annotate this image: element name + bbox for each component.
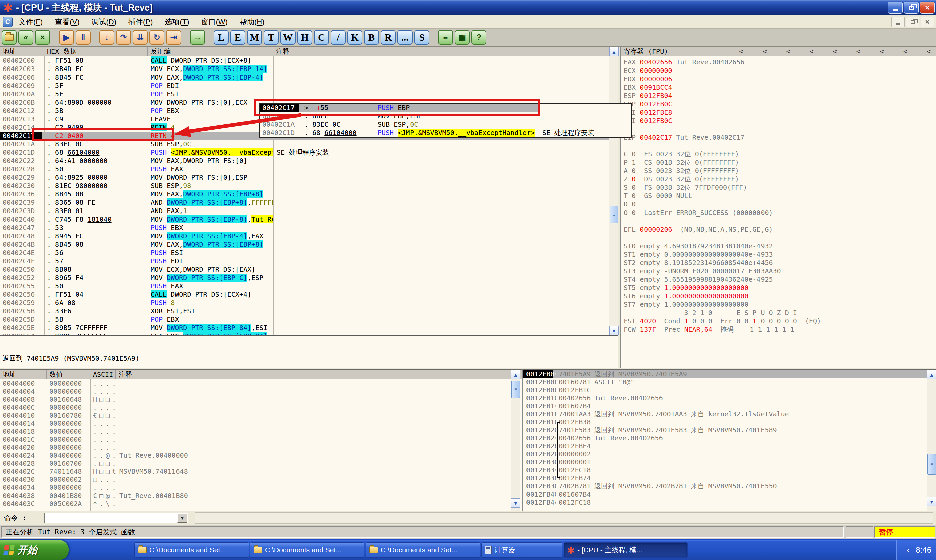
dump-row[interactable]: 0040401400000000.... — [0, 419, 511, 427]
close-button[interactable]: × — [920, 2, 934, 14]
stack-row[interactable]: 0012FB047401E5A9返回到 MSVBVM50.7401E5A9 — [523, 370, 927, 378]
disasm-row[interactable]: 00402C22. 64:A1 0000000MOV EAX,DWORD PTR… — [0, 157, 609, 165]
disassembly-scrollbar[interactable]: ▲ ≡ ▼ — [609, 47, 619, 335]
dump-row[interactable]: 0040401000160780€□□. — [0, 411, 511, 419]
view-references-button[interactable]: R — [381, 30, 396, 45]
scroll-up-icon[interactable]: ▲ — [511, 370, 520, 379]
step-over-icon[interactable]: ↷ — [116, 30, 131, 45]
animate-over-icon[interactable]: ↻ — [149, 30, 165, 45]
disasm-row[interactable]: 00402C29. 64:8925 00000MOV DWORD PTR FS:… — [0, 174, 609, 182]
register-line[interactable]: P 1 CS 001B 32位 0(FFFFFFFF) — [624, 158, 936, 167]
disasm-row[interactable]: 00402C3D. 83E0 01AND EAX,1 — [0, 207, 609, 215]
register-line[interactable]: ST5 empty 1.0000000000000000000 — [624, 284, 936, 292]
register-line[interactable] — [624, 125, 936, 133]
disasm-row[interactable]: 00402C50. 8B08MOV ECX,DWORD PTR DS:[EAX] — [0, 265, 609, 274]
menu-item[interactable]: 选项(T) — [159, 16, 195, 28]
menu-item[interactable]: 查看(V) — [49, 16, 85, 28]
disasm-row[interactable]: 00402C30. 81EC 98000000SUB ESP,98 — [0, 182, 609, 190]
stack-row[interactable]: 0012FB1000402656Tut_Reve.00402656 — [523, 394, 927, 402]
register-line[interactable]: 3 2 1 0 E S P U O Z D I — [624, 309, 936, 317]
scrollbar-thumb[interactable]: ≡ — [927, 454, 936, 475]
view-cpu-button[interactable]: C — [314, 30, 329, 45]
disasm-row[interactable]: 00402C4E. 56PUSH ESI — [0, 249, 609, 257]
restore-button[interactable] — [904, 2, 919, 14]
disasm-row[interactable]: 00402C03. 8B4D ECMOV ECX,DWORD PTR SS:[E… — [0, 65, 609, 73]
register-line[interactable]: EBX 0091BCC4 — [624, 83, 936, 92]
dump-row[interactable]: 0040403800401B80€□@.Tut_Reve.00401B80 — [0, 491, 511, 500]
stack-rows[interactable]: 0012FB047401E5A9返回到 MSVBVM50.7401E5A9001… — [523, 370, 927, 511]
view-handles-button[interactable]: H — [297, 30, 312, 45]
register-line[interactable]: EDX 00000006 — [624, 75, 936, 83]
view-runtrace-button[interactable]: ... — [397, 30, 413, 45]
disassembly-panel[interactable]: 地址 HEX 数据 反汇编 注释 00402C00. FF51 08CALL D… — [0, 47, 619, 335]
stack-row[interactable]: 0012FB380012FB74 — [523, 474, 927, 482]
dump-row[interactable]: 0040401C00000000.... — [0, 435, 511, 443]
help-icon[interactable]: ? — [471, 30, 486, 45]
register-line[interactable]: FST 4020 Cond 1 0 0 0 Err 0 0 1 0 0 0 0 … — [624, 317, 936, 325]
register-line[interactable]: ST3 empty -UNORM F020 00000017 E303AA30 — [624, 267, 936, 275]
register-line[interactable]: EIP 00402C17 Tut_Reve.00402C17 — [624, 133, 936, 142]
stack-row[interactable]: 0012FB280012FBE4 — [523, 442, 927, 450]
stack-panel[interactable]: 0012FB047401E5A9返回到 MSVBVM50.7401E5A9001… — [522, 369, 936, 511]
register-line[interactable] — [624, 142, 936, 150]
scroll-down-icon[interactable]: ▼ — [927, 497, 936, 506]
taskbar-task[interactable]: C:\Documents and Set... — [366, 542, 480, 558]
register-line[interactable]: EDI 0012FB0C — [624, 117, 936, 125]
disasm-row[interactable]: 00402C39. 8365 08 FEAND DWORD PTR SS:[EB… — [0, 198, 609, 207]
stack-row[interactable]: 0012FB3C7402B781返回到 MSVBVM50.7402B781 来自… — [523, 482, 927, 490]
command-input[interactable] — [45, 513, 177, 523]
pause-icon[interactable]: ‖ — [75, 30, 91, 45]
run-icon[interactable]: ▶ — [59, 30, 74, 45]
stack-row[interactable]: 0012FB340012FC18 — [523, 466, 927, 474]
mdi-close-button[interactable]: × — [921, 17, 934, 28]
appearance-icon[interactable]: ▦ — [455, 30, 470, 45]
disasm-row[interactable]: 00402C48. 8945 FCMOV DWORD PTR SS:[EBP-4… — [0, 232, 609, 240]
disasm-row[interactable]: 00402C00. FF51 08CALL DWORD PTR DS:[ECX+… — [0, 57, 609, 65]
disasm-row[interactable]: 00402C06. 8B45 FCMOV EAX,DWORD PTR SS:[E… — [0, 73, 609, 82]
register-line[interactable]: ESP 0012FB04 — [624, 92, 936, 100]
menu-item[interactable]: 调试(D) — [85, 16, 122, 28]
scroll-down-icon[interactable]: ▼ — [610, 326, 619, 335]
registers-panel[interactable]: 寄存器 (FPU) <<<<<<<<< EAX 00402656 Tut_Rev… — [620, 47, 936, 368]
register-line[interactable]: EFL 00000206 (NO,NB,NE,A,NS,PE,GE,G) — [624, 225, 936, 234]
stack-row[interactable]: 0012FB1874001AA3返回到 MSVBVM50.74001AA3 来自… — [523, 410, 927, 418]
close-program-icon[interactable]: × — [35, 30, 50, 45]
cpu-window-icon[interactable]: C — [3, 17, 13, 27]
view-source-button[interactable]: S — [414, 30, 429, 45]
scrollbar-thumb[interactable]: ≡ — [610, 206, 619, 223]
tray-chevron-icon[interactable]: ‹ — [907, 545, 910, 555]
disasm-row[interactable]: 00402C40. C745 F8 181040MOV DWORD PTR SS… — [0, 215, 609, 223]
minimize-button[interactable] — [888, 2, 902, 14]
stack-row[interactable]: 0012FB1C0012FB38 — [523, 418, 927, 426]
dump-row[interactable]: 0040402000000000.... — [0, 443, 511, 451]
disasm-row[interactable]: 00402C28. 50PUSH EAX — [0, 165, 609, 174]
disasm-row[interactable]: 00402C5D. 5BPOP EBX — [0, 315, 609, 324]
view-windows-button[interactable]: W — [280, 30, 296, 45]
register-line[interactable] — [624, 234, 936, 242]
menu-item[interactable]: 窗口(W) — [195, 16, 233, 28]
register-line[interactable]: FCW 137F Prec NEAR,64 掩码 1 1 1 1 1 1 — [624, 325, 936, 334]
dump-row[interactable]: 0040400000000000.... — [0, 379, 511, 387]
disasm-row[interactable]: 00402C4B. 8B45 08MOV EAX,DWORD PTR SS:[E… — [0, 240, 609, 249]
registers-lines[interactable]: EAX 00402656 Tut_Reve.00402656ECX 000000… — [621, 57, 936, 334]
disasm-row[interactable]: 00402C5B. 33F6XOR ESI,ESI — [0, 307, 609, 315]
step-into-icon[interactable]: ↓ — [99, 30, 114, 45]
restart-icon[interactable]: « — [18, 30, 34, 45]
disasm-row[interactable]: 00402C5E. 89B5 7CFFFFFFMOV DWORD PTR SS:… — [0, 324, 609, 332]
stack-row[interactable]: 0012FB440012FC18 — [523, 498, 927, 506]
options-icon[interactable]: ≡ — [438, 30, 453, 45]
register-line[interactable]: EBP 0012FB0C — [624, 100, 936, 108]
dump-row[interactable]: 0040402800160700.□□. — [0, 459, 511, 468]
register-line[interactable]: EAX 00402656 Tut_Reve.00402656 — [624, 58, 936, 66]
register-line[interactable]: ST7 empty 1.0000000000000000000 — [624, 300, 936, 309]
view-patches-button[interactable]: / — [331, 30, 346, 45]
taskbar-task[interactable]: - [CPU - 主线程, 模... — [563, 542, 688, 558]
disasm-row[interactable]: 00402C64. 8D95 7CFFFFFFLEA EDX,DWORD PTR… — [0, 332, 609, 335]
register-line[interactable]: S 0 FS 003B 32位 7FFDF000(FFF) — [624, 183, 936, 192]
register-line[interactable] — [624, 217, 936, 225]
dump-row[interactable]: 0040400C00000000.... — [0, 403, 511, 411]
dump-row[interactable]: 0040402400400000..@.Tut_Reve.00400000 — [0, 451, 511, 459]
disasm-row[interactable]: 00402C55. 50PUSH EAX — [0, 282, 609, 290]
register-line[interactable]: ST1 empty 0.0000000000000000040e-4933 — [624, 250, 936, 258]
view-threads-button[interactable]: T — [264, 30, 279, 45]
